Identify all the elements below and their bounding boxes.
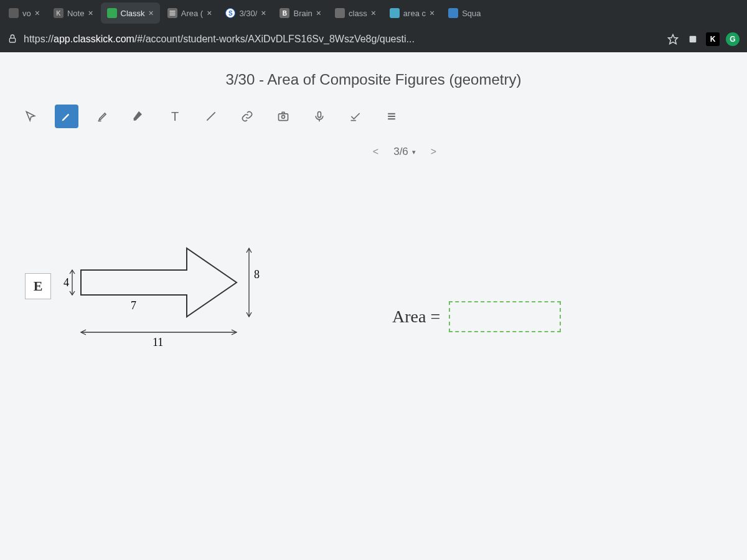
problem-letter: E — [25, 273, 51, 299]
page-content: 3/30 - Area of Composite Figures (geomet… — [0, 52, 747, 560]
browser-tab-strip: vo × K Note × Classk × Area ( × S 3/30/ … — [0, 0, 747, 26]
tab-title: Area ( — [181, 9, 203, 18]
line-tool[interactable] — [199, 105, 223, 128]
tab-favicon — [167, 8, 177, 18]
dim-right: 8 — [254, 268, 260, 281]
browser-tab[interactable]: S 3/30/ × — [219, 2, 272, 24]
page-navigator: < 3/6 ▾ > — [324, 146, 486, 164]
svg-rect-9 — [318, 112, 321, 118]
close-icon[interactable]: × — [149, 8, 154, 18]
page-title: 3/30 - Area of Composite Figures (geomet… — [0, 52, 747, 100]
tab-favicon: S — [225, 8, 235, 18]
close-icon[interactable]: × — [430, 8, 435, 18]
arrow-figure: 4 7 11 8 — [62, 214, 261, 372]
tab-favicon: B — [280, 8, 289, 18]
browser-tab[interactable]: area c × — [383, 2, 441, 24]
tab-title: vo — [22, 9, 31, 18]
camera-tool[interactable] — [271, 105, 295, 128]
drawing-toolbar: T — [0, 100, 747, 137]
highlighter-tool[interactable] — [91, 105, 115, 128]
browser-tab[interactable]: K Note × — [47, 2, 100, 24]
tab-title: 3/30/ — [239, 9, 257, 18]
svg-rect-1 — [169, 12, 175, 14]
url-protocol: https:// — [24, 34, 54, 44]
svg-line-6 — [207, 112, 215, 120]
list-tool[interactable] — [380, 105, 403, 128]
link-tool[interactable] — [235, 105, 259, 128]
dim-left: 4 — [63, 276, 69, 289]
area-label: Area = — [392, 307, 440, 327]
check-tool[interactable] — [344, 105, 367, 128]
tab-title: area c — [403, 9, 426, 18]
url-host: app.classkick.com — [54, 34, 134, 44]
svg-rect-0 — [169, 11, 175, 12]
worksheet-canvas[interactable]: E 4 7 11 8 — [0, 183, 747, 432]
close-icon[interactable]: × — [35, 8, 40, 18]
svg-point-8 — [282, 115, 285, 118]
tab-title: class — [349, 9, 367, 18]
close-icon[interactable]: × — [316, 8, 321, 18]
text-tool[interactable]: T — [163, 105, 187, 128]
url-text[interactable]: https://app.classkick.com/#/account/stud… — [24, 34, 660, 45]
svg-rect-5 — [690, 36, 697, 43]
address-bar: https://app.classkick.com/#/account/stud… — [0, 26, 747, 52]
tab-title: Classk — [121, 9, 145, 18]
browser-tab[interactable]: B Brain × — [273, 2, 327, 24]
browser-tab[interactable]: class × — [329, 2, 382, 24]
browser-tab[interactable]: vo × — [2, 2, 46, 24]
eraser-tool[interactable] — [127, 105, 151, 128]
svg-rect-3 — [9, 38, 15, 42]
tab-favicon: K — [54, 8, 63, 18]
tab-title: Brain — [293, 9, 312, 18]
next-page-button[interactable]: > — [431, 146, 436, 157]
answer-input-box[interactable] — [449, 301, 561, 332]
close-icon[interactable]: × — [207, 8, 212, 18]
chevron-down-icon: ▾ — [412, 148, 416, 156]
tab-favicon — [335, 8, 345, 18]
browser-tab-active[interactable]: Classk × — [101, 2, 160, 24]
mic-tool[interactable] — [308, 105, 331, 128]
url-path: /#/account/student-works/AXiDvDLFS16Sv_8… — [134, 34, 415, 44]
prev-page-button[interactable]: < — [373, 146, 378, 157]
tab-favicon — [107, 8, 117, 18]
area-prompt: Area = — [392, 301, 561, 332]
browser-tab[interactable]: Area ( × — [161, 2, 218, 24]
cursor-tool[interactable] — [19, 105, 42, 128]
tab-title: Note — [67, 9, 84, 18]
close-icon[interactable]: × — [261, 8, 266, 18]
lock-icon — [7, 34, 17, 45]
pen-tool[interactable] — [55, 105, 78, 128]
page-indicator: 3/6 — [393, 146, 408, 158]
tab-title: Squa — [462, 9, 481, 18]
svg-rect-2 — [169, 14, 175, 16]
extension-icon[interactable] — [686, 32, 700, 46]
tab-favicon — [448, 8, 458, 18]
dim-bottom-total: 11 — [153, 336, 163, 348]
extension-k-icon[interactable]: K — [706, 32, 720, 46]
close-icon[interactable]: × — [88, 8, 93, 18]
page-select[interactable]: 3/6 ▾ — [393, 146, 416, 158]
tab-favicon — [390, 8, 400, 18]
favorite-icon[interactable] — [666, 32, 680, 46]
extension-g-icon[interactable]: G — [726, 32, 740, 46]
browser-tab[interactable]: Squa — [442, 2, 487, 24]
svg-rect-7 — [279, 114, 288, 121]
svg-marker-4 — [669, 35, 678, 44]
list-icon — [169, 9, 176, 17]
dim-bottom-inner: 7 — [131, 299, 136, 312]
close-icon[interactable]: × — [371, 8, 376, 18]
tab-favicon — [9, 8, 19, 18]
